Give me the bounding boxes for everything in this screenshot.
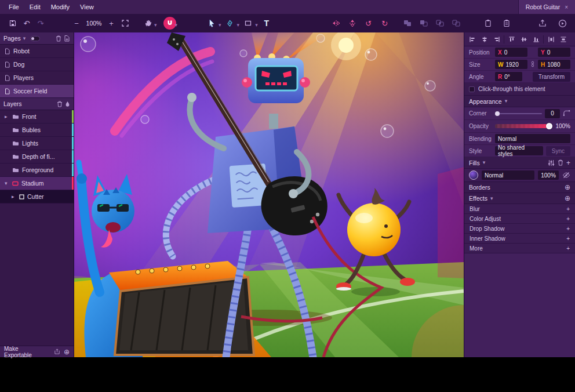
undo-button[interactable]: ↶ — [20, 16, 34, 30]
fill-visibility-button[interactable] — [562, 172, 570, 179]
export-slice-icon[interactable] — [54, 349, 60, 355]
align-top-button[interactable] — [505, 34, 518, 45]
boolean-subtract-button[interactable] — [417, 16, 431, 30]
appearance-header[interactable]: Appearance ▾ — [464, 96, 575, 107]
document-tab[interactable]: Robot Guitar × — [518, 0, 575, 14]
corner-slider[interactable] — [495, 113, 542, 114]
align-middle-button[interactable] — [518, 34, 530, 45]
hand-tool-button[interactable] — [141, 16, 155, 30]
add-more-effect-button[interactable]: + — [566, 245, 570, 252]
page-item-soccer-field[interactable]: Soccer Field — [0, 85, 74, 98]
fill-color-swatch[interactable] — [469, 170, 478, 180]
boolean-difference-button[interactable] — [450, 16, 464, 30]
fill-blend-select[interactable]: Normal — [482, 170, 534, 180]
layer-item-depth-of-field[interactable]: Depth of fi... — [0, 150, 74, 164]
clickthrough-row[interactable]: Click-through this element — [464, 83, 575, 96]
snap-tool-button[interactable] — [163, 17, 176, 30]
flip-horizontal-button[interactable] — [329, 16, 343, 30]
pages-toggle[interactable] — [30, 36, 40, 41]
shape-tool-button[interactable] — [241, 16, 255, 30]
zoom-out-button[interactable]: − — [70, 16, 83, 30]
effect-item-drop-shadow[interactable]: Drop Shadow + — [464, 224, 575, 234]
paste-style-button[interactable] — [500, 16, 514, 30]
clickthrough-checkbox[interactable] — [469, 86, 475, 92]
preview-play-button[interactable] — [555, 16, 569, 30]
corner-options-button[interactable] — [563, 110, 570, 118]
effects-header[interactable]: Effects ▾ ⊕ — [464, 193, 575, 204]
menu-file[interactable]: File — [3, 0, 24, 14]
fill-options-button[interactable] — [548, 159, 555, 166]
opacity-slider[interactable] — [495, 124, 551, 128]
size-w-field[interactable]: W 1920 — [495, 60, 527, 69]
effect-item-color-adjust[interactable]: Color Adjust + — [464, 214, 575, 224]
expand-arrow-icon[interactable]: ▸ — [5, 114, 9, 119]
zoom-in-button[interactable]: + — [104, 16, 118, 30]
menu-modify[interactable]: Modify — [46, 0, 75, 14]
align-bottom-button[interactable] — [530, 34, 542, 45]
flip-vertical-button[interactable] — [345, 16, 359, 30]
export-button[interactable] — [536, 16, 549, 30]
corner-slider-knob[interactable] — [495, 111, 500, 116]
transform-button[interactable]: Transform — [533, 72, 570, 82]
collapse-arrow-icon[interactable]: ▾ — [5, 181, 9, 186]
add-drop-shadow-button[interactable]: + — [566, 226, 570, 232]
add-border-button[interactable]: ⊕ — [565, 184, 570, 191]
layer-item-foreground[interactable]: Foreground — [0, 164, 74, 177]
layer-item-lights[interactable]: Lights — [0, 137, 74, 150]
distribute-v-button[interactable] — [557, 34, 569, 45]
effects-caret-icon[interactable]: ▾ — [490, 196, 493, 201]
rotate-ccw-button[interactable]: ↺ — [362, 16, 376, 30]
hand-tool-caret-icon[interactable]: ▾ — [154, 23, 157, 28]
boolean-intersect-button[interactable] — [434, 16, 447, 30]
align-right-button[interactable] — [490, 34, 503, 45]
page-item-players[interactable]: Players — [0, 71, 74, 85]
pages-header[interactable]: Pages ▾ — [0, 32, 74, 45]
fill-opacity-field[interactable]: 100% — [538, 170, 559, 180]
add-fill-button[interactable]: + — [566, 159, 570, 166]
add-export-icon[interactable]: ⊕ — [64, 349, 70, 355]
pointer-tool-caret-icon[interactable]: ▾ — [219, 23, 221, 28]
link-dimensions-button[interactable] — [530, 60, 535, 69]
blending-select[interactable]: Normal — [495, 134, 570, 143]
copy-style-button[interactable] — [481, 16, 495, 30]
add-color-adjust-button[interactable]: + — [566, 216, 570, 222]
page-item-dog[interactable]: Dog — [0, 58, 74, 71]
fills-caret-icon[interactable]: ▾ — [483, 160, 486, 165]
borders-header[interactable]: Borders ⊕ — [464, 182, 575, 193]
shape-tool-caret-icon[interactable]: ▾ — [255, 23, 258, 28]
position-x-field[interactable]: X 0 — [495, 48, 527, 57]
menu-view[interactable]: View — [75, 0, 99, 14]
menu-edit[interactable]: Edit — [24, 0, 46, 14]
sync-style-button[interactable]: Sync — [546, 146, 570, 156]
layers-header[interactable]: Layers — [0, 98, 74, 110]
pages-caret-icon[interactable]: ▾ — [23, 36, 26, 41]
corner-value-field[interactable]: 0 — [545, 109, 560, 118]
pointer-tool-button[interactable] — [205, 16, 219, 30]
redo-button[interactable]: ↷ — [34, 16, 48, 30]
make-exportable-bar[interactable]: Make Exportable ⊕ — [0, 346, 74, 357]
delete-page-button[interactable] — [56, 35, 61, 42]
rotate-cw-button[interactable]: ↻ — [378, 16, 392, 30]
text-tool-button[interactable]: T — [260, 16, 274, 30]
add-inner-shadow-button[interactable]: + — [566, 235, 570, 242]
delete-layer-button[interactable] — [57, 101, 63, 107]
fills-header[interactable]: Fills ▾ + — [464, 157, 575, 169]
layer-color-button[interactable] — [65, 101, 70, 107]
zoom-level[interactable]: 100% — [83, 20, 104, 27]
tab-close-icon[interactable]: × — [565, 4, 568, 10]
fill-item-row[interactable]: Normal 100% — [464, 169, 575, 182]
canvas-viewport[interactable] — [74, 32, 464, 357]
appearance-caret-icon[interactable]: ▾ — [505, 99, 508, 104]
layer-item-front[interactable]: ▸ Front — [0, 110, 74, 124]
effect-item-inner-shadow[interactable]: Inner Shadow + — [464, 234, 575, 244]
distribute-h-button[interactable] — [545, 34, 557, 45]
add-blur-button[interactable]: + — [566, 206, 570, 212]
pen-tool-button[interactable] — [223, 16, 237, 30]
expand-arrow-icon[interactable]: ▸ — [12, 194, 16, 199]
align-center-h-button[interactable] — [478, 34, 490, 45]
effect-item-more[interactable]: More + — [464, 244, 575, 253]
page-item-robot[interactable]: Robot — [0, 45, 74, 58]
boolean-union-button[interactable] — [401, 16, 415, 30]
delete-fill-button[interactable] — [558, 159, 563, 166]
snap-tool-caret-icon[interactable]: ▾ — [175, 23, 178, 28]
